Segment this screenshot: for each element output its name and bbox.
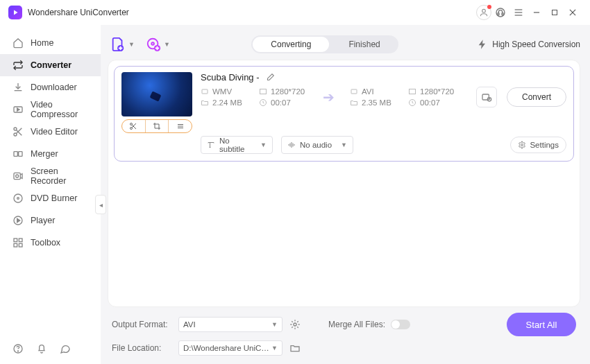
trim-button[interactable] [122,120,145,132]
dst-duration: 00:07 [420,98,440,107]
svg-rect-24 [19,239,22,242]
disc-icon [12,193,24,204]
add-file-icon [110,37,126,52]
tab-converting[interactable]: Converting [253,37,329,52]
sidebar-item-compressor[interactable]: Video Compressor [0,98,101,121]
merge-label: Merge All Files: [328,320,385,329]
chevron-down-icon: ▼ [164,41,170,48]
output-format-settings-button[interactable] [289,319,301,330]
svg-rect-23 [14,239,17,242]
main-panel: ▼ ▼ Converting Finished High Speed Conve… [101,25,590,364]
dst-size: 2.35 MB [362,98,391,107]
svg-rect-16 [14,152,17,157]
footer: Output Format: AVI ▼ Merge All Files: St… [108,307,580,357]
tab-finished[interactable]: Finished [330,35,398,53]
sidebar-item-label: DVD Burner [31,193,77,203]
sidebar-item-recorder[interactable]: Screen Recorder [0,165,101,187]
compressor-icon [12,104,24,115]
sidebar: Home Converter Downloader Video Compress… [0,25,101,364]
add-dvd-button[interactable]: ▼ [143,34,173,55]
sidebar-item-player[interactable]: Player [0,209,101,232]
svg-rect-40 [202,89,208,94]
video-thumbnail[interactable] [121,72,192,116]
output-settings-button[interactable] [476,87,497,107]
close-button[interactable] [564,3,582,21]
sidebar-item-label: Video Editor [31,127,78,137]
effects-button[interactable] [168,120,192,132]
collapse-sidebar-button[interactable]: ◂ [95,195,106,214]
sidebar-item-converter[interactable]: Converter [0,54,101,76]
merge-toggle[interactable] [391,320,410,329]
start-all-button[interactable]: Start All [507,313,576,336]
chevron-down-icon: ▼ [341,141,347,148]
subtitle-value: No subtitle [219,137,256,153]
svg-point-34 [130,128,133,130]
edit-title-button[interactable] [265,73,275,83]
sidebar-item-toolbox[interactable]: Toolbox [0,232,101,254]
merger-icon [12,148,24,159]
clock-icon [259,98,267,107]
svg-rect-2 [498,13,499,15]
svg-point-12 [14,128,17,130]
bell-icon[interactable] [36,343,47,354]
sidebar-item-label: Merger [31,149,58,159]
help-icon[interactable] [12,343,24,354]
audio-select[interactable]: No audio ▼ [281,136,353,154]
svg-point-54 [294,323,296,326]
svg-rect-17 [19,152,22,157]
format-icon [201,87,209,96]
output-format-label: Output Format: [112,320,171,329]
minimize-button[interactable] [528,3,546,21]
sidebar-item-label: Converter [31,60,71,70]
titlebar: Wondershare UniConverter [0,0,590,25]
open-folder-button[interactable] [289,343,301,354]
resolution-icon [259,87,267,96]
account-icon[interactable] [476,5,491,20]
item-settings-button[interactable]: Settings [510,137,566,153]
folder-icon [350,98,358,107]
sidebar-item-label: Downloader [31,83,77,92]
svg-point-0 [482,9,486,12]
file-list: Scuba Diving - WMV 2.24 MB 1280*720 00:0… [108,60,580,307]
output-format-select[interactable]: AVI ▼ [178,317,283,332]
toolbar: ▼ ▼ Converting Finished High Speed Conve… [108,31,580,58]
dst-resolution: 1280*720 [420,87,454,96]
svg-point-21 [17,198,19,200]
svg-point-53 [521,144,523,146]
high-speed-label: High Speed Conversion [492,40,580,49]
svg-rect-3 [502,13,503,15]
convert-button[interactable]: Convert [507,87,566,107]
svg-rect-43 [351,89,357,94]
crop-button[interactable] [145,120,169,132]
sidebar-item-downloader[interactable]: Downloader [0,76,101,98]
add-file-button[interactable]: ▼ [108,34,137,55]
high-speed-toggle[interactable]: High Speed Conversion [477,39,580,50]
svg-rect-8 [553,10,557,15]
sidebar-item-label: Home [31,38,53,48]
svg-point-13 [14,133,17,136]
src-size: 2.24 MB [212,98,242,107]
sidebar-item-label: Video Compressor [31,100,88,119]
menu-icon[interactable] [509,3,528,21]
feedback-icon[interactable] [60,343,71,354]
home-icon [12,37,24,49]
maximize-button[interactable] [546,3,564,21]
file-card[interactable]: Scuba Diving - WMV 2.24 MB 1280*720 00:0… [114,66,574,162]
svg-point-19 [16,175,19,177]
sidebar-item-dvd[interactable]: DVD Burner [0,187,101,209]
svg-point-20 [14,194,22,202]
settings-label: Settings [530,141,559,149]
svg-rect-25 [14,243,17,247]
sidebar-item-merger[interactable]: Merger [0,143,101,165]
notification-dot-icon [487,5,491,9]
svg-rect-44 [410,89,416,94]
svg-point-33 [130,123,133,125]
chevron-down-icon: ▼ [260,141,267,148]
support-icon[interactable] [491,3,509,21]
sidebar-item-label: Screen Recorder [31,166,88,186]
sidebar-item-home[interactable]: Home [0,32,101,54]
file-location-select[interactable]: D:\Wondershare UniConverter ▼ [178,340,283,356]
sidebar-item-editor[interactable]: Video Editor [0,121,101,143]
folder-icon [201,98,209,107]
subtitle-select[interactable]: No subtitle ▼ [201,136,273,154]
